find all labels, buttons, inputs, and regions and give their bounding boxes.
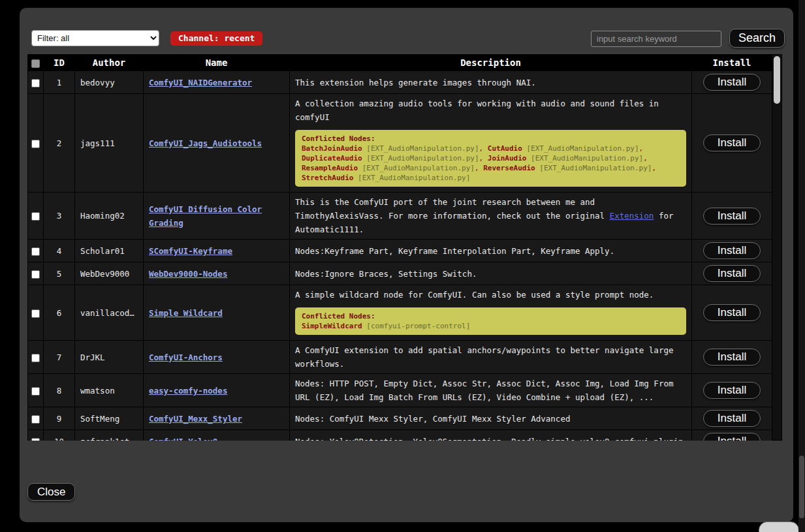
row-checkbox[interactable]: [31, 247, 40, 256]
install-button[interactable]: Install: [703, 410, 761, 427]
channel-badge: Channel: recent: [170, 31, 262, 46]
row-description: Nodes:Ignore Braces, Settings Switch.: [290, 262, 692, 285]
node-name-link[interactable]: ComfyUI Yolov8: [149, 437, 217, 441]
row-description: Nodes: Yolov8Detection, Yolov8Segmentati…: [290, 430, 692, 441]
description-link[interactable]: Extension: [610, 211, 654, 221]
table-scrollbar-thumb[interactable]: [774, 56, 780, 104]
install-button[interactable]: Install: [703, 382, 761, 399]
install-button[interactable]: Install: [703, 134, 761, 151]
background-partial-button: [759, 522, 799, 532]
header-description: Description: [290, 55, 692, 71]
row-author: DrJKL: [75, 341, 144, 374]
row-id: 8: [44, 374, 75, 407]
row-checkbox[interactable]: [31, 415, 40, 424]
row-description: A simple wildcard node for ComfyUI. Can …: [290, 285, 692, 341]
conflict-warning: Conflicted Nodes:BatchJoinAudio [EXT_Aud…: [295, 130, 686, 187]
row-checkbox[interactable]: [31, 438, 40, 441]
table-row: 6 vanillacode314 Simple Wildcard A simpl…: [28, 285, 772, 341]
filter-select[interactable]: Filter: all: [31, 30, 159, 46]
table-row: 10 zcfrank1st ComfyUI Yolov8 Nodes: Yolo…: [28, 430, 772, 441]
row-id: 5: [44, 262, 75, 285]
row-id: 3: [44, 193, 75, 240]
node-name-link[interactable]: Simple Wildcard: [149, 308, 223, 318]
node-name-link[interactable]: ComfyUI_Jags_Audiotools: [149, 138, 262, 148]
row-checkbox[interactable]: [31, 270, 40, 279]
table-row: 7 DrJKL ComfyUI-Anchors A ComfyUI extens…: [28, 341, 772, 374]
install-custom-nodes-dialog: Filter: all Channel: recent Search ID Au…: [20, 8, 793, 522]
search-button[interactable]: Search: [729, 29, 785, 48]
install-button[interactable]: Install: [703, 208, 761, 225]
row-description: A collection amazing audio tools for wor…: [290, 94, 692, 193]
table-row: 1 bedovyy ComfyUI_NAIDGenerator This ext…: [28, 71, 772, 94]
row-checkbox[interactable]: [31, 309, 40, 318]
conflict-warning: Conflicted Nodes:SimpleWildcard [comfyui…: [295, 307, 686, 335]
row-description: A ComfyUI extension to add spatial ancho…: [290, 341, 692, 374]
node-name-link[interactable]: ComfyUI Diffusion Color Grading: [149, 204, 262, 228]
header-checkbox-cell: [28, 55, 44, 71]
row-id: 1: [44, 71, 75, 94]
table-scrollbar[interactable]: [772, 54, 782, 441]
row-checkbox[interactable]: [31, 140, 40, 148]
row-id: 7: [44, 341, 75, 374]
page-scrollbar[interactable]: [798, 0, 805, 532]
page-scrollbar-thumb[interactable]: [799, 456, 804, 518]
row-id: 6: [44, 285, 75, 341]
nodes-table-body: 1 bedovyy ComfyUI_NAIDGenerator This ext…: [28, 71, 772, 441]
row-id: 10: [44, 430, 75, 441]
row-author: jags111: [75, 94, 144, 193]
node-name-link[interactable]: ComfyUI-Anchors: [149, 352, 223, 362]
row-author: zcfrank1st: [75, 430, 144, 441]
install-button[interactable]: Install: [703, 242, 761, 259]
node-name-link[interactable]: ComfyUI_NAIDGenerator: [149, 78, 252, 87]
node-name-link[interactable]: SComfyUI-Keyframe: [149, 246, 232, 256]
node-name-link[interactable]: WebDev9000-Nodes: [149, 269, 227, 279]
table-row: 4 Scholar01 SComfyUI-Keyframe Nodes:Keyf…: [28, 240, 772, 262]
row-author: Scholar01: [75, 240, 144, 262]
node-name-link[interactable]: easy-comfy-nodes: [149, 386, 227, 396]
row-id: 9: [44, 407, 75, 430]
header-author: Author: [75, 55, 144, 71]
table-row: 2 jags111 ComfyUI_Jags_Audiotools A coll…: [28, 94, 772, 193]
header-name: Name: [144, 55, 290, 71]
install-button[interactable]: Install: [703, 265, 761, 282]
row-author: bedovyy: [75, 71, 144, 94]
row-description: Nodes: HTTP POST, Empty Dict, Assoc Str,…: [290, 374, 692, 407]
row-author: vanillacode314: [75, 285, 144, 341]
header-id: ID: [44, 55, 75, 71]
row-author: WebDev9000: [75, 262, 144, 285]
install-button[interactable]: Install: [703, 74, 761, 91]
row-author: Haoming02: [75, 193, 144, 240]
row-description: This is the ComfyUI port of the joint re…: [290, 193, 692, 240]
row-author: SoftMeng: [75, 407, 144, 430]
close-button[interactable]: Close: [27, 483, 75, 501]
install-button[interactable]: Install: [703, 304, 761, 321]
install-button[interactable]: Install: [703, 433, 761, 441]
node-name-link[interactable]: ComfyUI_Mexx_Styler: [149, 414, 242, 424]
row-checkbox[interactable]: [31, 387, 40, 396]
row-checkbox[interactable]: [31, 354, 40, 362]
row-checkbox[interactable]: [31, 212, 40, 221]
table-row: 9 SoftMeng ComfyUI_Mexx_Styler Nodes: Co…: [28, 407, 772, 430]
row-id: 4: [44, 240, 75, 262]
select-all-checkbox[interactable]: [31, 59, 40, 68]
row-author: wmatson: [75, 374, 144, 407]
row-description: Nodes:Keyframe Part, Keyframe Interpolat…: [290, 240, 692, 262]
table-row: 3 Haoming02 ComfyUI Diffusion Color Grad…: [28, 193, 772, 240]
search-input[interactable]: [591, 31, 721, 47]
header-install: Install: [692, 55, 772, 71]
row-checkbox[interactable]: [31, 79, 40, 87]
table-row: 8 wmatson easy-comfy-nodes Nodes: HTTP P…: [28, 374, 772, 407]
table-header-row: ID Author Name Description Install: [28, 55, 772, 71]
row-id: 2: [44, 94, 75, 193]
table-row: 5 WebDev9000 WebDev9000-Nodes Nodes:Igno…: [28, 262, 772, 285]
install-button[interactable]: Install: [703, 349, 761, 366]
row-description: Nodes: ComfyUI Mexx Styler, ComfyUI Mexx…: [290, 407, 692, 430]
row-description: This extension helps generate images thr…: [290, 71, 692, 94]
nodes-table: ID Author Name Description Install 1 bed…: [27, 54, 782, 441]
